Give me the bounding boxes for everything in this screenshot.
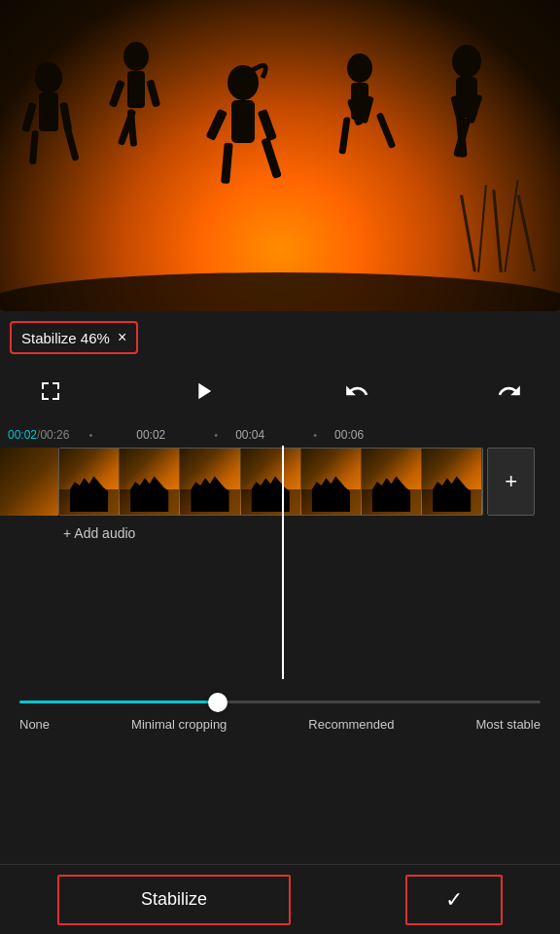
children-silhouettes xyxy=(0,0,560,311)
thumb-frame-2 xyxy=(120,449,180,516)
playhead[interactable] xyxy=(282,446,284,679)
svg-rect-7 xyxy=(39,92,58,131)
current-time: 00:02 xyxy=(8,428,37,442)
thumb-frame-7 xyxy=(422,449,482,516)
slider-label-most-stable: Most stable xyxy=(476,717,541,732)
slider-label-recommended: Recommended xyxy=(308,717,394,732)
add-clip-button[interactable]: + xyxy=(487,448,535,516)
time-dot-1: • xyxy=(88,429,92,441)
svg-rect-10 xyxy=(29,130,39,164)
thumb-frame-1 xyxy=(59,449,120,516)
svg-rect-19 xyxy=(231,100,255,143)
redo-button[interactable] xyxy=(488,370,531,413)
undo-button[interactable] xyxy=(335,370,378,413)
svg-point-30 xyxy=(452,45,481,78)
svg-rect-21 xyxy=(258,109,277,141)
total-time: 00:26 xyxy=(40,428,69,442)
play-button[interactable] xyxy=(182,370,225,413)
svg-rect-20 xyxy=(205,109,228,141)
time-marker-3: 00:06 xyxy=(334,428,364,442)
svg-rect-5 xyxy=(517,195,537,271)
svg-rect-2 xyxy=(477,185,487,272)
svg-rect-13 xyxy=(127,71,145,108)
stabilization-slider-area: None Minimal cropping Recommended Most s… xyxy=(0,700,560,732)
svg-rect-28 xyxy=(338,117,350,155)
stabilize-badge-close[interactable]: × xyxy=(118,329,126,346)
time-marker-2: 00:04 xyxy=(235,428,264,442)
add-audio-button[interactable]: + Add audio xyxy=(63,525,135,541)
svg-rect-29 xyxy=(376,112,397,149)
slider-fill xyxy=(19,700,218,703)
time-marker-1: 00:02 xyxy=(136,428,165,442)
slider-thumb[interactable] xyxy=(208,693,228,712)
thumb-frame-4 xyxy=(241,449,301,516)
confirm-button[interactable]: ✓ xyxy=(405,875,503,925)
stabilize-button-label: Stabilize xyxy=(141,889,207,910)
slider-label-none: None xyxy=(19,717,50,732)
bottom-bar: Stabilize ✓ xyxy=(0,864,560,934)
svg-rect-11 xyxy=(64,126,80,162)
thumb-frame-5 xyxy=(301,449,362,516)
slider-label-minimal: Minimal cropping xyxy=(131,717,227,732)
svg-rect-23 xyxy=(261,137,282,179)
time-dot-3: • xyxy=(313,429,317,441)
svg-rect-8 xyxy=(21,102,36,132)
controls-row xyxy=(0,370,560,413)
thumbnail-strip-container: + xyxy=(58,448,535,516)
time-dot-2: • xyxy=(214,429,218,441)
expand-button[interactable] xyxy=(29,370,72,413)
svg-point-0 xyxy=(0,272,560,311)
stabilize-button[interactable]: Stabilize xyxy=(57,875,291,925)
add-audio-label: + Add audio xyxy=(63,525,135,541)
thumbnail-strip[interactable] xyxy=(58,448,483,516)
svg-rect-3 xyxy=(492,190,502,272)
time-ruler: 00:02 / 00:26 • 00:02 • 00:04 • 00:06 xyxy=(0,420,560,448)
stabilize-badge: Stabilize 46% × xyxy=(10,321,138,354)
thumb-frame-3 xyxy=(180,449,240,516)
svg-rect-9 xyxy=(59,102,72,132)
stabilize-badge-text: Stabilize 46% xyxy=(21,330,110,346)
slider-labels: None Minimal cropping Recommended Most s… xyxy=(19,717,541,732)
svg-rect-14 xyxy=(109,80,125,108)
thumb-frame-6 xyxy=(362,449,422,516)
svg-point-6 xyxy=(35,62,62,93)
slider-track[interactable] xyxy=(19,700,541,703)
confirm-icon: ✓ xyxy=(445,887,463,913)
svg-rect-22 xyxy=(221,142,233,184)
svg-point-24 xyxy=(347,54,372,83)
svg-rect-1 xyxy=(460,195,476,271)
svg-rect-4 xyxy=(504,180,518,271)
svg-point-12 xyxy=(123,42,149,71)
svg-rect-15 xyxy=(146,79,160,107)
left-clip-edge xyxy=(0,448,58,516)
svg-rect-35 xyxy=(453,118,471,158)
video-preview xyxy=(0,0,560,311)
